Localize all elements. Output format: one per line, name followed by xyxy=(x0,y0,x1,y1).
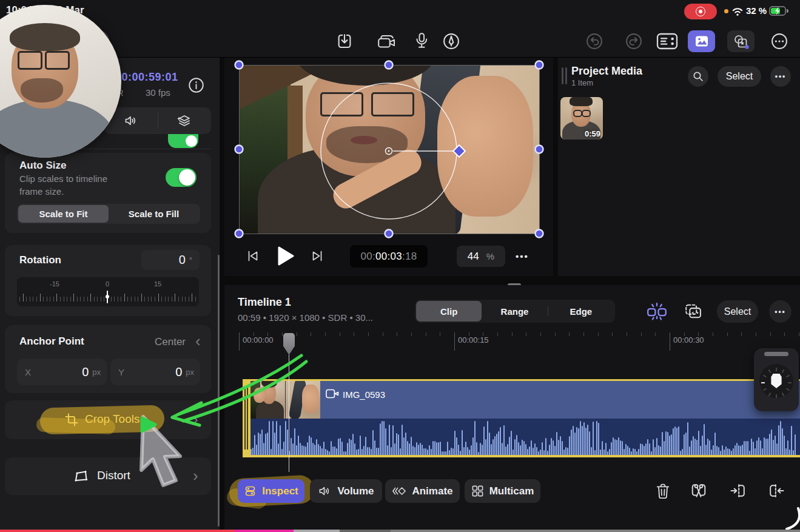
anchor-preset-value[interactable]: Center xyxy=(155,336,186,348)
ruler-major-tick xyxy=(670,332,670,351)
voiceover-button[interactable] xyxy=(413,32,430,51)
anchor-y-field[interactable]: Y 0 px xyxy=(110,359,200,385)
ellipsis-circle-icon xyxy=(770,32,788,50)
trash-icon xyxy=(655,482,671,500)
select-label: Select xyxy=(726,71,753,82)
playhead-timecode[interactable]: 00:00:03:18 xyxy=(350,245,428,268)
next-frame-button[interactable] xyxy=(311,249,324,263)
viewer-area xyxy=(224,58,553,276)
layers-tab[interactable] xyxy=(158,107,212,134)
anchor-point-label: Anchor Point xyxy=(19,335,84,348)
timeline-ruler[interactable]: 00:00:00 00:00:15 00:00:30 xyxy=(224,285,800,355)
webcam-person-hair xyxy=(10,23,80,50)
media-browser-button[interactable] xyxy=(688,30,715,52)
viewer-more-button[interactable]: ••• xyxy=(516,251,529,261)
inspect-label: Inspect xyxy=(262,485,298,497)
timecode-suffix: :18 xyxy=(402,251,417,263)
video-progress-segment xyxy=(235,530,294,532)
volume-tab[interactable]: Volume xyxy=(310,479,382,503)
crop-tools-row[interactable]: Crop Tools › xyxy=(5,400,211,439)
play-button[interactable] xyxy=(277,246,294,268)
media-more-button[interactable]: ••• xyxy=(770,66,791,87)
clip-filmstrip-frame xyxy=(285,381,320,419)
info-button[interactable] xyxy=(188,77,204,93)
app-window: 10:04 Fri 20 Mar 32 % ✕ xyxy=(0,0,800,532)
clip-trim-handle-left[interactable] xyxy=(243,379,250,457)
trim-start-icon xyxy=(729,482,747,499)
rotation-value-field[interactable]: 0 ° xyxy=(141,250,200,270)
trim-start-button[interactable] xyxy=(729,482,747,499)
video-camera-icon xyxy=(376,32,398,51)
trim-end-button[interactable] xyxy=(767,482,785,499)
microphone-icon xyxy=(413,32,430,51)
project-media-count: 1 Item xyxy=(571,78,593,87)
scale-handles[interactable] xyxy=(235,61,543,238)
anchor-x-field[interactable]: X 0 px xyxy=(17,359,107,385)
crop-icon xyxy=(64,412,79,427)
auto-size-card: Auto Size Clip scales to timeline frame … xyxy=(5,153,211,233)
jog-drag-pill[interactable] xyxy=(764,352,788,356)
more-toolbar-button[interactable] xyxy=(770,32,788,50)
ruler-major-tick xyxy=(239,332,240,351)
play-icon xyxy=(277,246,294,266)
timecode-mid: 00:03 xyxy=(375,251,402,263)
media-item-thumbnail[interactable]: 0:59 xyxy=(560,97,603,140)
inspect-tab[interactable]: Inspect xyxy=(238,479,304,503)
inspector-tab-bar xyxy=(104,107,211,134)
split-button[interactable] xyxy=(689,481,708,500)
video-progress-remaining xyxy=(391,530,800,532)
annotate-button[interactable] xyxy=(442,32,460,50)
info-icon xyxy=(188,77,204,93)
project-media-title: Project Media xyxy=(571,65,642,78)
panel-drag-handle[interactable] xyxy=(562,67,563,84)
import-button[interactable] xyxy=(335,32,354,50)
rotation-handle[interactable] xyxy=(453,145,465,157)
media-search-button[interactable] xyxy=(688,66,708,87)
effects-button[interactable] xyxy=(727,30,755,52)
delete-button[interactable] xyxy=(655,482,671,500)
undo-button[interactable] xyxy=(585,32,603,50)
inspector-toggle-button[interactable] xyxy=(655,32,679,51)
multicam-tab[interactable]: Multicam xyxy=(465,479,540,503)
ellipsis-icon: ••• xyxy=(775,72,787,81)
panel-drag-handle[interactable] xyxy=(565,67,567,84)
scale-to-fit-option[interactable]: Scale to Fit xyxy=(18,205,109,223)
distort-row[interactable]: Distort › xyxy=(5,457,211,495)
wifi-icon xyxy=(730,5,745,17)
project-media-panel: Project Media 1 Item Select ••• 0:59 xyxy=(558,58,800,276)
distort-icon xyxy=(73,469,89,483)
screen-recording-indicator[interactable] xyxy=(684,4,717,19)
media-item-duration: 0:59 xyxy=(585,129,600,138)
auto-size-desc-1: Clip scales to timeline xyxy=(19,173,107,184)
scale-to-fill-option[interactable]: Scale to Fill xyxy=(109,205,199,223)
redo-button[interactable] xyxy=(625,32,643,50)
anchor-x-unit: px xyxy=(92,368,101,377)
effects-shapes-icon xyxy=(733,33,750,49)
speaker-icon xyxy=(318,485,332,497)
inspector-scrollbar[interactable] xyxy=(218,255,220,527)
import-icon xyxy=(335,32,354,50)
clip-fps: 30 fps xyxy=(146,87,170,98)
animate-icon xyxy=(392,485,406,497)
playhead-line xyxy=(289,353,290,472)
rotation-ruler[interactable]: -15 0 15 xyxy=(17,277,199,306)
list-card-icon xyxy=(655,32,679,51)
auto-size-toggle[interactable] xyxy=(166,168,197,187)
jog-wheel-panel xyxy=(754,348,799,411)
auto-size-title: Auto Size xyxy=(19,160,66,172)
previous-frame-button[interactable] xyxy=(246,249,260,263)
zoom-level-control[interactable]: 44 % xyxy=(457,246,505,267)
animate-tab[interactable]: Animate xyxy=(385,479,460,503)
record-video-button[interactable] xyxy=(376,32,398,51)
scissors-split-icon xyxy=(689,481,708,500)
battery-icon xyxy=(769,5,788,16)
media-select-button[interactable]: Select xyxy=(718,66,761,87)
rotation-label: Rotation xyxy=(19,254,61,266)
animate-label: Animate xyxy=(412,485,452,497)
jog-dial[interactable] xyxy=(759,364,793,398)
panel-divider-vertical xyxy=(220,58,224,532)
video-progress-segment xyxy=(340,530,391,532)
trim-end-icon xyxy=(767,482,785,499)
scrolled-toggle-partial[interactable] xyxy=(168,134,198,148)
ruler-label: 00:00:30 xyxy=(673,335,704,345)
